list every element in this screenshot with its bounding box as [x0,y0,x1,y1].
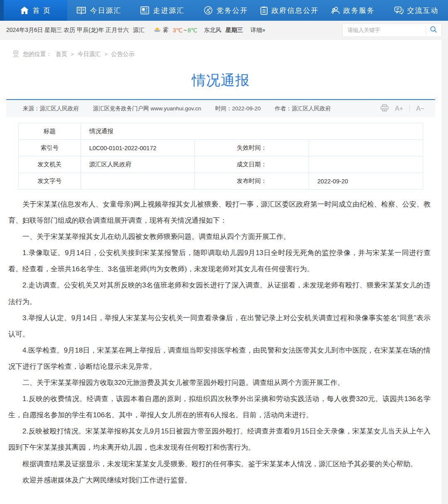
search-box [342,23,442,37]
article-body: 关于宋某某(信息发布人、女童母亲)网上视频举报其女儿被猥亵、殴打一事，源汇区委区… [0,190,441,488]
breadcrumb-prefix: 您的位置： [23,51,52,58]
meta-author: 作者：源汇区人民政府 [275,105,331,112]
paragraph: 一、关于宋某某举报其女儿在幼儿园被女教师猥亵问题。调查组从四个方面开展工作。 [8,229,431,245]
meta-source: 来源：源汇区人民政府 [23,105,79,112]
nav-left-strip [0,0,4,21]
tool-separator [409,105,410,112]
paragraph: 2.反映被殴打情况。宋某某举报称其女儿9月15日被园方带至园外殴打。经调查并查看… [8,423,431,455]
nav-item-label: 交流互动 [407,6,439,15]
wind-info: 东北风 [204,27,222,34]
printer-icon [380,104,389,113]
person-icon [331,6,340,15]
clipboard-icon [260,6,268,15]
print-button[interactable] [380,104,389,113]
weather-city: 源汇 [133,27,145,34]
field-label-expiry: 失效时间： [195,140,309,156]
meta-time: 时间：2022-09-20 [215,105,261,112]
breadcrumb-today[interactable]: 今日源汇 [78,51,101,58]
weather-detail-link[interactable]: 详细» [251,27,265,34]
meta-tools: A+ A− [380,104,424,113]
field-label-index: 索引号 [19,140,81,156]
nav-item-party-affairs[interactable]: 党务公开 [194,0,258,21]
party-emblem-icon [204,6,213,15]
breadcrumb-notices[interactable]: 公告公示 [111,51,134,58]
field-label-publish-time: 发布时间： [195,173,309,190]
nav-item-today[interactable]: 今日源汇 [67,0,131,21]
temp-low: 3℃ [173,27,183,34]
field-value-expiry [309,140,423,156]
chat-icon [394,6,404,15]
search-input[interactable] [343,27,426,33]
font-increase-button[interactable]: A+ [395,105,403,112]
field-value-title: 情况通报 [81,123,423,140]
table-row: 标题 情况通报 [19,123,423,140]
nav-item-home[interactable]: 首 页 [4,0,67,21]
signature-org: 源汇区人民政府 [0,501,429,504]
nav-item-gov-info[interactable]: 政府信息公开 [258,0,321,21]
field-value-written-date [309,156,423,173]
document-info-table: 标题 情况通报 索引号 L0C00-0101-2022-00172 失效时间： … [18,123,423,190]
paragraph: 3.举报人认定。9月14日，举报人宋某某与公安机关一同查看录像后，在出警记录上对… [8,310,431,342]
paragraph: 4.医学检查。9月18日，宋某某在网上举报后，调查组当即安排医学检查，由民警和女… [8,342,431,375]
nav-item-about[interactable]: 走进源汇 [131,0,194,21]
meta-site: 源汇区党务政务门户网 www.yuanhui.gov.cn [93,105,201,112]
fog-weather-icon [153,26,161,34]
font-decrease-button[interactable]: A− [416,105,424,112]
paragraph: 根据调查结果及证据显示，未发现宋某某女儿受猥亵、殴打的任何事实。鉴于宋某某本人情… [8,456,431,472]
paragraph: 2.走访调查。公安机关又对其所反映的3名值班老师和女园长进行了深入调查。从证据看… [8,277,431,309]
field-value-publish-time: 2022-09-20 [309,173,423,190]
article-meta-bar: 来源：源汇区人民政府 源汇区党务政务门户网 www.yuanhui.gov.cn… [6,99,435,117]
nav-item-label: 政府信息公开 [272,6,319,15]
nav-item-interact[interactable]: 交流互动 [385,0,448,21]
field-label-doc-number: 发文字号 [19,173,81,190]
location-pin-icon [12,50,19,58]
newspaper-icon [140,6,149,15]
paragraph: 关于宋某某(信息发布人、女童母亲)网上视频举报其女儿被猥亵、殴打一事，源汇区委区… [8,196,431,229]
nav-item-label: 党务公开 [217,6,248,15]
temp-tilde: ~ [183,27,187,34]
nav-item-label: 今日源汇 [90,6,122,15]
weather-weekday: 星期三 [226,27,243,34]
paragraph: 1.录像取证。9月14日，公安机关接到宋某某报警后，随即调取幼儿园9月13日全时… [8,245,431,277]
field-label-agency: 发文机关 [19,156,81,173]
nav-item-label: 首 页 [33,6,51,15]
paragraph: 欢迎并感谢媒体及广大网民继续对我们工作进行监督。 [8,472,431,488]
book-icon [76,6,86,15]
content-page: 您的位置： 首页 > 今日源汇 > 公告公示 情况通报 来源：源汇区人民政府 源… [0,40,441,504]
breadcrumb-home[interactable]: 首页 [56,51,67,58]
search-button[interactable] [426,24,441,37]
article-signature: 源汇区人民政府 2022年9月20日 [0,488,441,504]
field-label-written-date: 成文日期： [195,156,309,173]
field-value-agency: 源汇区人民政府 [81,156,195,173]
current-date: 2024年3月6日 星期三 农历 甲辰(龙)年 正月廿六 [6,27,129,34]
top-nav: 首 页 今日源汇 走进源汇 党务公开 [0,0,448,21]
home-icon [20,6,29,15]
page-title: 情况通报 [0,61,441,99]
breadcrumb: 您的位置： 首页 > 今日源汇 > 公告公示 [0,40,441,61]
breadcrumb-separator: > [71,51,74,57]
nav-item-label: 政务服务 [343,6,375,15]
temp-high: 8℃ [187,27,197,34]
table-row: 发文机关 源汇区人民政府 成文日期： [19,156,423,173]
table-row: 发文字号 发布时间： 2022-09-20 [19,173,423,190]
field-label-title: 标题 [19,123,81,140]
field-value-doc-number [81,173,195,190]
search-icon [430,26,437,34]
paragraph: 1.反映的收费情况。经调查，该园本着自愿的原则，拟组织四次秋季外出采摘和劳动实践… [8,391,431,423]
info-bar: 2024年3月6日 星期三 农历 甲辰(龙)年 正月廿六 源汇 雾 3℃ ~ 8… [0,21,448,40]
table-row: 索引号 L0C00-0101-2022-00172 失效时间： [19,140,423,156]
nav-item-services[interactable]: 政务服务 [321,0,385,21]
weather-desc: 雾 [163,27,169,34]
breadcrumb-separator: > [105,51,107,57]
field-value-index: L0C00-0101-2022-00172 [81,140,195,156]
paragraph: 二、关于宋某某举报园方收取320元旅游费及其女儿被带至园外殴打问题。调查组从两个… [8,375,431,391]
nav-item-label: 走进源汇 [153,6,185,15]
